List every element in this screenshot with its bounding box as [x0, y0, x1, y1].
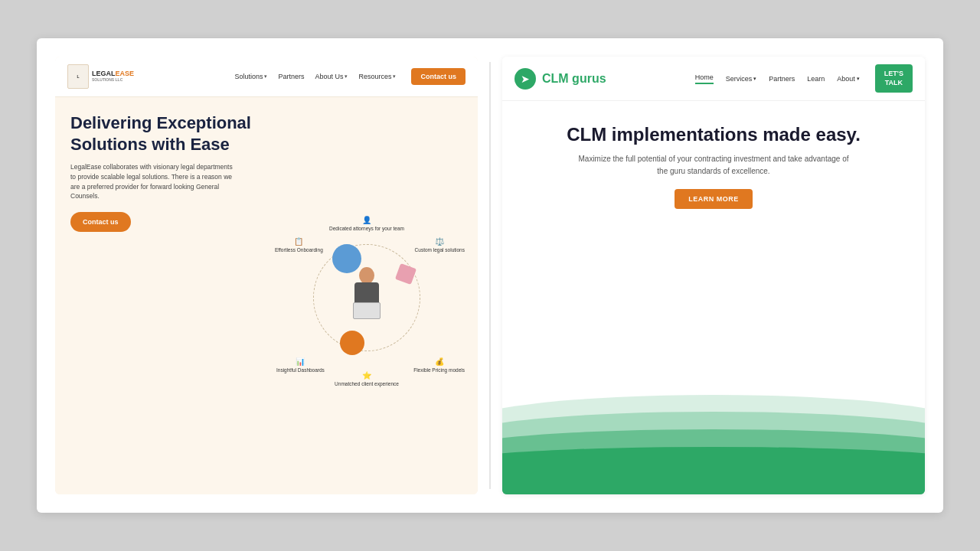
diagram-label-bottom: ⭐ Unmatched client experience [335, 370, 399, 387]
legalease-hero-diagram: 👤 Dedicated attorneys for your team 📋 Ef… [268, 112, 466, 482]
diagram-label-bottomright: 💰 Flexible Pricing models [413, 357, 465, 373]
diagram-label-top: 👤 Dedicated attorneys for your team [329, 215, 404, 232]
clm-nav-item-home[interactable]: Home [695, 73, 714, 84]
chevron-down-icon: ▾ [857, 76, 860, 82]
nav-item-about[interactable]: About Us ▾ [315, 73, 348, 80]
legalease-hero-left: Delivering Exceptional Solutions with Ea… [70, 112, 268, 482]
legalease-hero-title: Delivering Exceptional Solutions with Ea… [70, 112, 268, 155]
legalease-diagram: 👤 Dedicated attorneys for your team 📋 Ef… [290, 221, 443, 374]
le-nav-contact-button[interactable]: Contact us [411, 68, 466, 85]
legalease-nav-items: Solutions ▾ Partners About Us ▾ Resource… [234, 73, 396, 80]
person-laptop [353, 302, 381, 319]
clm-wave-background [502, 372, 925, 494]
legalease-contact-button[interactable]: Contact us [70, 212, 131, 232]
legalease-navbar: L LEGALEASE SOLUTIONS LLC Solutions ▾ Pa… [55, 57, 478, 97]
clm-hero: CLM implementations made easy. Maximize … [502, 101, 925, 494]
clm-nav-item-partners[interactable]: Partners [769, 75, 795, 83]
chevron-down-icon: ▾ [753, 76, 756, 82]
legalease-logo: L LEGALEASE SOLUTIONS LLC [67, 64, 134, 89]
left-panel: L LEGALEASE SOLUTIONS LLC Solutions ▾ Pa… [37, 38, 490, 513]
nav-item-partners[interactable]: Partners [278, 73, 304, 80]
chevron-down-icon: ▾ [393, 73, 396, 80]
wave-layer-4 [502, 447, 925, 494]
diagram-label-topleft: 📋 Effortless Onboarding [275, 236, 323, 253]
legalease-hero: Delivering Exceptional Solutions with Ea… [55, 97, 478, 494]
clm-nav-item-services[interactable]: Services ▾ [726, 75, 757, 83]
main-container: L LEGALEASE SOLUTIONS LLC Solutions ▾ Pa… [37, 38, 943, 513]
diagram-label-topright: ⚖️ Custom legal solutions [415, 236, 465, 253]
person-head [359, 267, 374, 284]
nav-item-resources[interactable]: Resources ▾ [358, 73, 396, 80]
chevron-down-icon: ▾ [264, 73, 267, 80]
clm-site: ➤ CLM gurus Home Services ▾ Partne [502, 57, 925, 494]
nav-item-solutions[interactable]: Solutions ▾ [234, 73, 267, 80]
legalease-hero-description: LegalEase collaborates with visionary le… [70, 162, 239, 201]
clm-learn-more-button[interactable]: LEARN MORE [675, 189, 753, 209]
right-panel: ➤ CLM gurus Home Services ▾ Partne [490, 38, 943, 513]
clm-nav-item-learn[interactable]: Learn [807, 75, 825, 83]
clm-logo-text: CLM gurus [542, 72, 606, 86]
diagram-center-person [340, 263, 394, 332]
legalease-site: L LEGALEASE SOLUTIONS LLC Solutions ▾ Pa… [55, 57, 478, 494]
chevron-down-icon: ▾ [345, 73, 348, 80]
divider [490, 62, 491, 489]
clm-hero-description: Maximize the full potential of your cont… [576, 153, 851, 177]
diagram-shape-orange [340, 331, 364, 355]
clm-nav-item-about[interactable]: About ▾ [837, 75, 860, 83]
clm-hero-title: CLM implementations made easy. [567, 124, 861, 145]
diagram-label-bottomleft: 📊 Insightful Dashboards [276, 357, 325, 373]
person-illustration [348, 267, 386, 328]
legalease-logo-box: L [67, 64, 89, 89]
clm-navbar: ➤ CLM gurus Home Services ▾ Partne [502, 57, 925, 101]
legalease-logo-text: LEGALEASE SOLUTIONS LLC [92, 70, 134, 82]
clm-nav-items: Home Services ▾ Partners Learn About ▾ [695, 73, 860, 84]
clm-lets-talk-button[interactable]: LET'S TALK [875, 64, 913, 93]
clm-logo: ➤ CLM gurus [514, 68, 606, 90]
clm-logo-icon: ➤ [514, 68, 536, 90]
